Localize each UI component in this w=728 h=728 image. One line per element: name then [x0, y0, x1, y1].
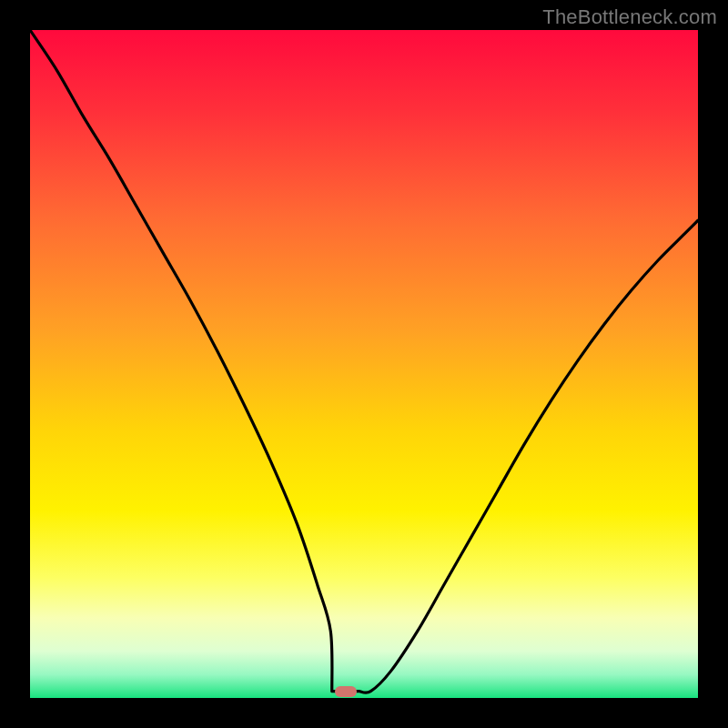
watermark-text: TheBottleneck.com — [542, 5, 717, 29]
optimum-marker — [335, 686, 357, 697]
plot-area — [30, 30, 698, 698]
chart-frame: TheBottleneck.com — [0, 0, 728, 728]
bottleneck-curve — [30, 30, 698, 698]
